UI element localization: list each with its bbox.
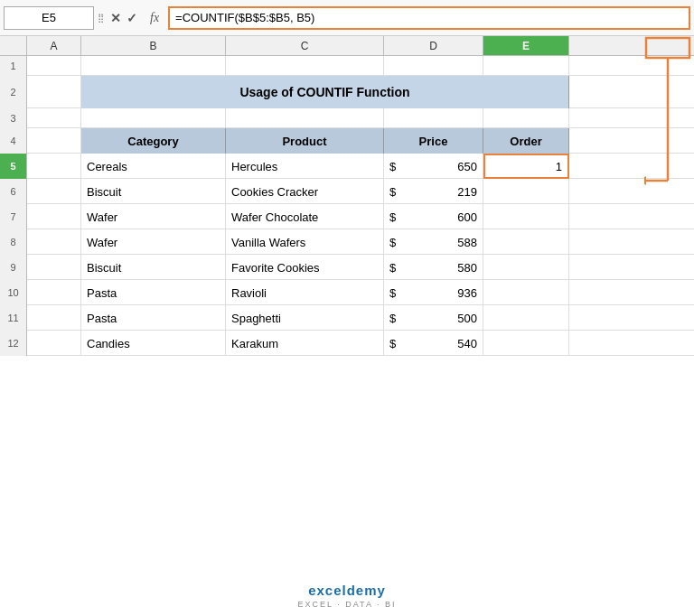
formula-bar: E5 ⣿ ✕ ✓ fx xyxy=(0,0,694,36)
row-num-7: 7 xyxy=(0,204,27,229)
cell-a4[interactable] xyxy=(27,128,81,154)
cell-order-11[interactable] xyxy=(483,305,569,331)
cell-e1[interactable] xyxy=(483,56,569,76)
price-value: 540 xyxy=(457,337,477,350)
row-num-8: 8 xyxy=(0,229,27,255)
cell-category-12[interactable]: Candies xyxy=(81,331,226,356)
cell-category-7[interactable]: Wafer xyxy=(81,204,226,229)
cell-category-8[interactable]: Wafer xyxy=(81,229,226,255)
cell-category-10[interactable]: Pasta xyxy=(81,280,226,305)
table-row: 6 Biscuit Cookies Cracker $ 219 xyxy=(0,179,694,204)
cell-order-8[interactable] xyxy=(483,229,569,255)
cell-ref-value: E5 xyxy=(42,11,56,24)
cell-b4-header: Category xyxy=(81,128,226,154)
col-product-header: Product xyxy=(282,135,326,148)
cell-product-12[interactable]: Karakum xyxy=(226,331,384,356)
cell-product-10[interactable]: Ravioli xyxy=(226,280,384,305)
brand-tagline: EXCEL · DATA · BI xyxy=(298,600,397,609)
cell-c3[interactable] xyxy=(226,108,384,128)
cell-a7[interactable] xyxy=(27,204,81,229)
cell-a6[interactable] xyxy=(27,179,81,204)
row-2: 2 Usage of COUNTIF Function xyxy=(0,76,694,108)
cell-order-7[interactable] xyxy=(483,204,569,229)
row-num-5: 5 xyxy=(0,154,27,179)
cell-a11[interactable] xyxy=(27,305,81,331)
cell-category-11[interactable]: Pasta xyxy=(81,305,226,331)
cell-d3[interactable] xyxy=(384,108,483,128)
cell-a8[interactable] xyxy=(27,229,81,255)
table-row: 11 Pasta Spaghetti $ 500 xyxy=(0,305,694,331)
cell-reference-box[interactable]: E5 xyxy=(4,6,94,30)
cell-category-9[interactable]: Biscuit xyxy=(81,255,226,280)
cell-b3[interactable] xyxy=(81,108,226,128)
col-price-header: Price xyxy=(419,135,448,148)
cell-a2[interactable] xyxy=(27,76,81,108)
confirm-icon[interactable]: ✓ xyxy=(127,11,137,25)
cell-c4-header: Product xyxy=(226,128,384,154)
cell-price-10[interactable]: $ 936 xyxy=(384,280,483,305)
price-sign: $ xyxy=(389,210,396,224)
cell-a3[interactable] xyxy=(27,108,81,128)
cell-price-7[interactable]: $ 600 xyxy=(384,204,483,229)
cell-e3[interactable] xyxy=(483,108,569,128)
cell-product-7[interactable]: Wafer Chocolate xyxy=(226,204,384,229)
row-num-10: 10 xyxy=(0,280,27,305)
row-num-12: 12 xyxy=(0,331,27,356)
title-cell: Usage of COUNTIF Function xyxy=(81,76,569,108)
cell-price-9[interactable]: $ 580 xyxy=(384,255,483,280)
cell-product-5[interactable]: Hercules xyxy=(226,154,384,179)
cell-d4-header: Price xyxy=(384,128,483,154)
cell-order-12[interactable] xyxy=(483,331,569,356)
price-sign: $ xyxy=(389,337,396,350)
cell-a1[interactable] xyxy=(27,56,81,76)
cell-d1[interactable] xyxy=(384,56,483,76)
col-header-a: A xyxy=(27,36,81,55)
column-header-row: A B C D E xyxy=(0,36,694,56)
col-category-header: Category xyxy=(127,135,178,148)
cell-order-6[interactable] xyxy=(483,179,569,204)
cell-product-6[interactable]: Cookies Cracker xyxy=(226,179,384,204)
cell-a10[interactable] xyxy=(27,280,81,305)
row-num-3: 3 xyxy=(0,108,27,128)
cell-order-10[interactable] xyxy=(483,280,569,305)
cell-product-11[interactable]: Spaghetti xyxy=(226,305,384,331)
cell-product-8[interactable]: Vanilla Wafers xyxy=(226,229,384,255)
col-header-c: C xyxy=(226,36,384,55)
cell-order-5[interactable]: 1 xyxy=(483,154,569,179)
col-header-e: E xyxy=(483,36,569,55)
footer: exceldemy EXCEL · DATA · BI xyxy=(298,583,397,609)
cell-a5[interactable] xyxy=(27,154,81,179)
table-row: 7 Wafer Wafer Chocolate $ 600 xyxy=(0,204,694,229)
cell-order-9[interactable] xyxy=(483,255,569,280)
cell-a9[interactable] xyxy=(27,255,81,280)
col-order-header: Order xyxy=(510,135,541,148)
price-sign: $ xyxy=(389,261,396,275)
spreadsheet-app: E5 ⣿ ✕ ✓ fx A B C D E 1 xyxy=(0,0,694,616)
row-3: 3 xyxy=(0,108,694,128)
cell-price-8[interactable]: $ 588 xyxy=(384,229,483,255)
price-value: 600 xyxy=(457,210,477,224)
cell-price-6[interactable]: $ 219 xyxy=(384,179,483,204)
row-num-4: 4 xyxy=(0,128,27,154)
cell-price-11[interactable]: $ 500 xyxy=(384,305,483,331)
title-text: Usage of COUNTIF Function xyxy=(239,85,409,99)
price-sign: $ xyxy=(389,286,396,300)
cell-price-12[interactable]: $ 540 xyxy=(384,331,483,356)
price-value: 588 xyxy=(457,236,477,249)
cell-category-6[interactable]: Biscuit xyxy=(81,179,226,204)
table-row: 9 Biscuit Favorite Cookies $ 580 xyxy=(0,255,694,280)
formula-input[interactable] xyxy=(168,6,690,30)
brand-name: exceldemy xyxy=(308,583,386,598)
price-sign: $ xyxy=(389,185,396,199)
spreadsheet-wrapper: A B C D E 1 2 Usage of COUNTIF Function … xyxy=(0,36,694,356)
cell-b1[interactable] xyxy=(81,56,226,76)
table-row: 10 Pasta Ravioli $ 936 xyxy=(0,280,694,305)
cancel-icon[interactable]: ✕ xyxy=(110,11,121,25)
cell-category-5[interactable]: Cereals xyxy=(81,154,226,179)
cell-a12[interactable] xyxy=(27,331,81,356)
cell-product-9[interactable]: Favorite Cookies xyxy=(226,255,384,280)
cell-e4-header: Order xyxy=(483,128,569,154)
cell-c1[interactable] xyxy=(226,56,384,76)
row-num-2: 2 xyxy=(0,76,27,108)
cell-price-5[interactable]: $ 650 xyxy=(384,154,483,179)
